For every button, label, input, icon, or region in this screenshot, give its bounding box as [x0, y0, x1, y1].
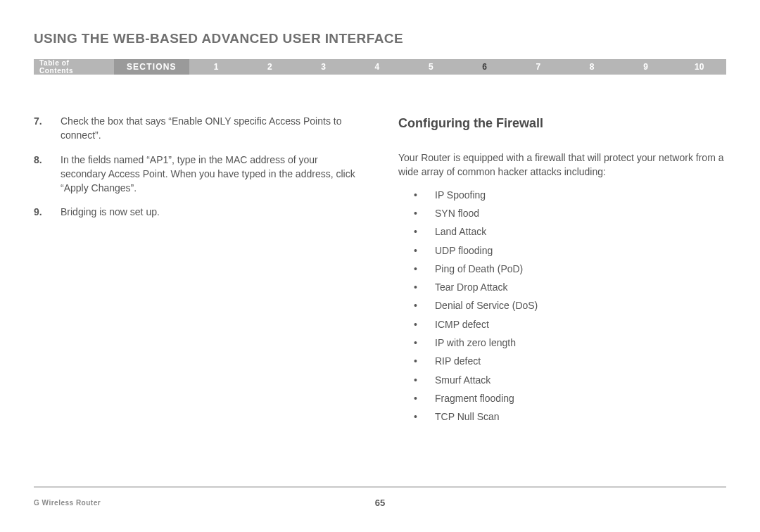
list-item: ICMP defect — [414, 317, 726, 331]
section-link-2[interactable]: 2 — [243, 62, 296, 72]
page-title: USING THE WEB-BASED ADVANCED USER INTERF… — [34, 31, 726, 46]
step-7: 7. Check the box that says “Enable ONLY … — [34, 114, 362, 143]
step-number: 9. — [34, 205, 61, 219]
section-link-9[interactable]: 9 — [619, 62, 672, 72]
left-column: 7. Check the box that says “Enable ONLY … — [34, 114, 362, 429]
list-item: IP Spoofing — [414, 188, 726, 202]
attack-list: IP Spoofing SYN flood Land Attack UDP fl… — [398, 188, 726, 424]
step-number: 7. — [34, 114, 61, 143]
list-item: RIP defect — [414, 354, 726, 368]
list-item: Land Attack — [414, 224, 726, 239]
list-item: Ping of Death (PoD) — [414, 262, 726, 276]
list-item: IP with zero length — [414, 336, 726, 350]
list-item: Smurf Attack — [414, 373, 726, 387]
list-item: SYN flood — [414, 206, 726, 220]
step-text: In the fields named “AP1”, type in the M… — [61, 153, 362, 196]
step-number: 8. — [34, 153, 61, 196]
footer-divider — [34, 486, 726, 488]
step-8: 8. In the fields named “AP1”, type in th… — [34, 153, 362, 196]
section-heading: Configuring the Firewall — [398, 114, 726, 132]
list-item: Denial of Service (DoS) — [414, 298, 726, 312]
right-column: Configuring the Firewall Your Router is … — [398, 114, 726, 429]
step-9: 9. Bridging is now set up. — [34, 205, 362, 219]
section-link-10[interactable]: 10 — [673, 62, 726, 72]
main-content: 7. Check the box that says “Enable ONLY … — [34, 114, 726, 429]
section-link-6[interactable]: 6 — [457, 62, 511, 72]
section-link-3[interactable]: 3 — [296, 62, 350, 72]
document-page: USING THE WEB-BASED ADVANCED USER INTERF… — [0, 0, 760, 532]
step-text: Check the box that says “Enable ONLY spe… — [61, 114, 362, 143]
list-item: UDP flooding — [414, 243, 726, 258]
section-link-1[interactable]: 1 — [189, 62, 243, 72]
section-link-5[interactable]: 5 — [404, 62, 457, 72]
section-link-4[interactable]: 4 — [350, 62, 404, 72]
section-link-7[interactable]: 7 — [512, 62, 565, 72]
toc-link[interactable]: Table of Contents — [34, 59, 114, 75]
list-item: Fragment flooding — [414, 391, 726, 405]
section-navbar: Table of Contents SECTIONS 1 2 3 4 5 6 7… — [34, 59, 726, 75]
list-item: TCP Null Scan — [414, 410, 726, 424]
step-text: Bridging is now set up. — [61, 205, 362, 219]
section-link-8[interactable]: 8 — [565, 62, 619, 72]
list-item: Tear Drop Attack — [414, 280, 726, 294]
section-intro: Your Router is equipped with a firewall … — [398, 151, 726, 179]
sections-label: SECTIONS — [114, 59, 189, 75]
page-footer: G Wireless Router 65 — [0, 486, 760, 507]
page-number: 65 — [375, 498, 385, 508]
